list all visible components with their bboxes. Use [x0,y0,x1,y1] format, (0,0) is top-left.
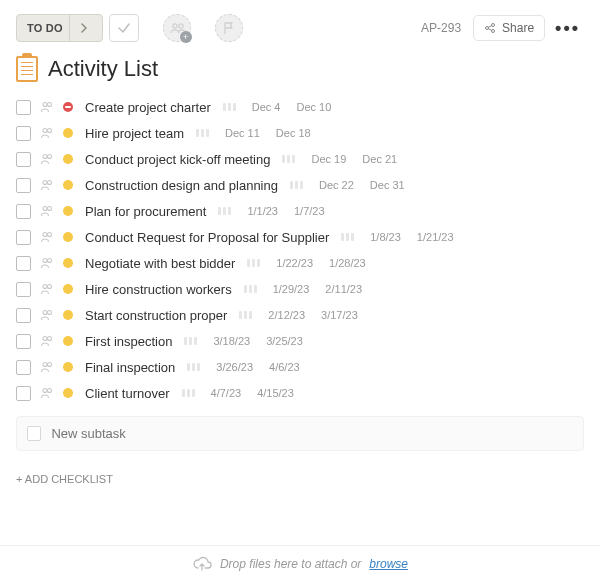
task-row[interactable]: Conduct project kick-off meetingDec 19De… [16,146,584,172]
assignee-icon[interactable] [39,229,55,245]
mini-menu-icon[interactable] [290,181,303,189]
task-checkbox[interactable] [16,204,31,219]
priority-dot-icon[interactable] [63,232,73,242]
task-due-date[interactable]: 1/28/23 [329,257,366,269]
task-start-date[interactable]: 1/1/23 [247,205,278,217]
mini-menu-icon[interactable] [187,363,200,371]
share-button[interactable]: Share [473,15,545,41]
page-title[interactable]: Activity List [48,56,158,82]
task-name[interactable]: Create project charter [85,100,211,115]
task-due-date[interactable]: 2/11/23 [325,283,362,295]
new-subtask-input[interactable] [49,425,573,442]
task-due-date[interactable]: 4/6/23 [269,361,300,373]
task-checkbox[interactable] [16,334,31,349]
task-checkbox[interactable] [16,256,31,271]
priority-dot-icon[interactable] [63,180,73,190]
mini-menu-icon[interactable] [239,311,252,319]
assignee-icon[interactable] [39,125,55,141]
task-row[interactable]: Hire project teamDec 11Dec 18 [16,120,584,146]
priority-dot-icon[interactable] [63,362,73,372]
task-name[interactable]: Conduct project kick-off meeting [85,152,270,167]
task-row[interactable]: Conduct Request for Proposal for Supplie… [16,224,584,250]
assignee-icon[interactable] [39,151,55,167]
task-checkbox[interactable] [16,230,31,245]
priority-dot-icon[interactable] [63,284,73,294]
task-name[interactable]: Negotiate with best bidder [85,256,235,271]
task-checkbox[interactable] [16,152,31,167]
task-start-date[interactable]: 4/7/23 [211,387,242,399]
task-due-date[interactable]: Dec 10 [296,101,331,113]
task-due-date[interactable]: 1/7/23 [294,205,325,217]
task-start-date[interactable]: 1/8/23 [370,231,401,243]
task-row[interactable]: Create project charterDec 4Dec 10 [16,94,584,120]
mini-menu-icon[interactable] [218,207,231,215]
task-name[interactable]: Plan for procurement [85,204,206,219]
task-due-date[interactable]: 3/17/23 [321,309,358,321]
priority-dot-icon[interactable] [63,388,73,398]
add-checklist-button[interactable]: + ADD CHECKLIST [0,451,600,493]
task-due-date[interactable]: 3/25/23 [266,335,303,347]
task-row[interactable]: Final inspection3/26/234/6/23 [16,354,584,380]
priority-dot-icon[interactable] [63,310,73,320]
browse-link[interactable]: browse [369,557,408,571]
priority-dot-icon[interactable] [63,258,73,268]
task-row[interactable]: First inspection3/18/233/25/23 [16,328,584,354]
task-name[interactable]: Start construction proper [85,308,227,323]
assignee-icon[interactable] [39,203,55,219]
task-id[interactable]: AP-293 [415,17,467,39]
status-button[interactable]: TO DO [16,14,103,42]
complete-button[interactable] [109,14,139,42]
mini-menu-icon[interactable] [184,337,197,345]
assignee-icon[interactable] [39,177,55,193]
task-start-date[interactable]: Dec 19 [311,153,346,165]
task-name[interactable]: Final inspection [85,360,175,375]
task-due-date[interactable]: 4/15/23 [257,387,294,399]
priority-dot-icon[interactable] [63,102,73,112]
task-row[interactable]: Plan for procurement1/1/231/7/23 [16,198,584,224]
task-start-date[interactable]: Dec 22 [319,179,354,191]
assignee-icon[interactable] [39,281,55,297]
task-checkbox[interactable] [16,282,31,297]
task-checkbox[interactable] [16,360,31,375]
priority-dot-icon[interactable] [63,206,73,216]
task-row[interactable]: Negotiate with best bidder1/22/231/28/23 [16,250,584,276]
task-name[interactable]: Conduct Request for Proposal for Supplie… [85,230,329,245]
task-start-date[interactable]: 2/12/23 [268,309,305,321]
task-row[interactable]: Construction design and planningDec 22De… [16,172,584,198]
task-start-date[interactable]: 3/26/23 [216,361,253,373]
mini-menu-icon[interactable] [247,259,260,267]
task-start-date[interactable]: 1/29/23 [273,283,310,295]
task-name[interactable]: First inspection [85,334,172,349]
assign-button[interactable]: + [163,14,191,42]
mini-menu-icon[interactable] [341,233,354,241]
priority-button[interactable] [215,14,243,42]
assignee-icon[interactable] [39,307,55,323]
attachment-dropzone[interactable]: Drop files here to attach or browse [0,545,600,582]
mini-menu-icon[interactable] [244,285,257,293]
priority-dot-icon[interactable] [63,154,73,164]
task-row[interactable]: Hire construction workers1/29/232/11/23 [16,276,584,302]
mini-menu-icon[interactable] [182,389,195,397]
task-row[interactable]: Start construction proper2/12/233/17/23 [16,302,584,328]
priority-dot-icon[interactable] [63,128,73,138]
task-name[interactable]: Construction design and planning [85,178,278,193]
task-due-date[interactable]: Dec 31 [370,179,405,191]
assignee-icon[interactable] [39,359,55,375]
task-checkbox[interactable] [16,126,31,141]
task-start-date[interactable]: Dec 4 [252,101,281,113]
task-due-date[interactable]: 1/21/23 [417,231,454,243]
mini-menu-icon[interactable] [282,155,295,163]
task-start-date[interactable]: Dec 11 [225,127,260,139]
task-due-date[interactable]: Dec 21 [362,153,397,165]
assignee-icon[interactable] [39,333,55,349]
priority-dot-icon[interactable] [63,336,73,346]
task-checkbox[interactable] [16,100,31,115]
new-subtask-row[interactable] [16,416,584,451]
mini-menu-icon[interactable] [223,103,236,111]
task-name[interactable]: Client turnover [85,386,170,401]
task-start-date[interactable]: 1/22/23 [276,257,313,269]
more-menu-icon[interactable]: ••• [551,16,584,41]
status-chevron-icon[interactable] [69,15,92,41]
assignee-icon[interactable] [39,385,55,401]
task-name[interactable]: Hire project team [85,126,184,141]
